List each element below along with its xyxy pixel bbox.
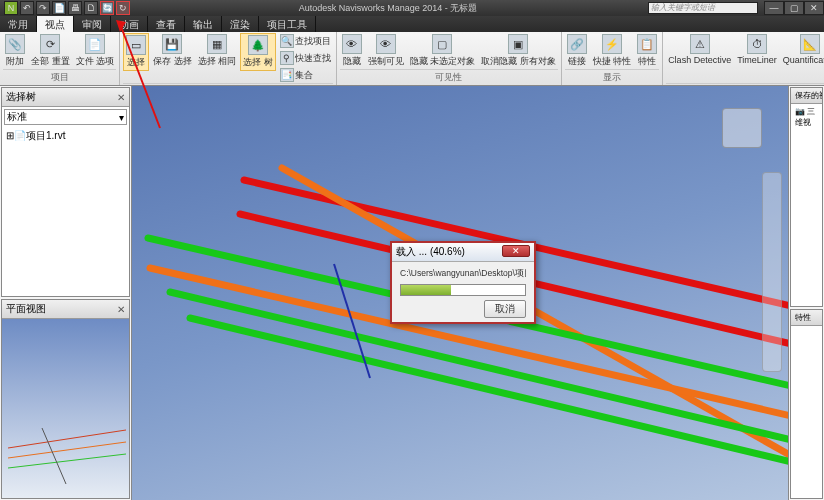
quick-access-toolbar: N ↶ ↷ 📄 🖶 🗋 🔄 ↻ <box>0 1 134 15</box>
view-cube[interactable] <box>722 108 762 148</box>
plan-view-canvas[interactable] <box>2 319 129 498</box>
svg-line-3 <box>42 428 66 484</box>
find-items-button[interactable]: 🔍查找项目 <box>278 33 333 49</box>
ribbon-tabs: 常用 视点 审阅 动画 查看 输出 渲染 项目工具 <box>0 16 824 32</box>
tab-home[interactable]: 常用 <box>0 16 37 32</box>
select-same-button[interactable]: ▦选择 相同 <box>196 33 239 69</box>
reset-all-button[interactable]: ⟳全部 重置 <box>29 33 72 69</box>
selection-tree[interactable]: ⊞📄项目1.rvt <box>2 127 129 296</box>
select-side-stack: 🔍查找项目 ⚲快速查找 📑集合 <box>278 33 333 83</box>
group-label-project: 项目 <box>3 69 116 85</box>
qat-redo[interactable]: ↷ <box>36 1 50 15</box>
sets-icon: 📑 <box>280 68 294 82</box>
select-icon: ▭ <box>126 35 146 55</box>
svg-line-0 <box>8 430 126 448</box>
dialog-titlebar[interactable]: 载入 ... (40.6%) ✕ <box>392 243 534 262</box>
tab-output[interactable]: 输出 <box>185 16 222 32</box>
window-title: Autodesk Navisworks Manage 2014 - 无标题 <box>134 2 642 15</box>
tab-viewpoint[interactable]: 视点 <box>37 16 74 32</box>
qat-new[interactable]: 🗋 <box>84 1 98 15</box>
quickprops-icon: ⚡ <box>602 34 622 54</box>
tab-review[interactable]: 审阅 <box>74 16 111 32</box>
close-button[interactable]: ✕ <box>804 1 824 15</box>
help-search-input[interactable]: 输入关键字或短语 <box>648 2 758 14</box>
file-options-button[interactable]: 📄文件 选项 <box>74 33 117 69</box>
hide-unselected-button[interactable]: ▢隐藏 未选定对象 <box>408 33 478 69</box>
clash-detective-button[interactable]: ⚠Clash Detective <box>666 33 733 66</box>
qat-undo[interactable]: ↶ <box>20 1 34 15</box>
minimize-button[interactable]: — <box>764 1 784 15</box>
progress-bar <box>400 284 526 296</box>
attach-icon: 📎 <box>5 34 25 54</box>
links-icon: 🔗 <box>567 34 587 54</box>
qat-print[interactable]: 🖶 <box>68 1 82 15</box>
qat-open[interactable]: 📄 <box>52 1 66 15</box>
attach-button[interactable]: 📎附加 <box>3 33 27 69</box>
group-label-visibility: 可见性 <box>340 69 558 85</box>
select-same-icon: ▦ <box>207 34 227 54</box>
ribbon-group-visibility: 👁隐藏 👁强制可见 ▢隐藏 未选定对象 ▣取消隐藏 所有对象 可见性 <box>337 32 562 85</box>
qat-reload[interactable]: ↻ <box>116 1 130 15</box>
left-dock: 选择树✕ 标准▾ ⊞📄项目1.rvt 平面视图✕ <box>0 86 132 500</box>
ribbon-group-tools: ⚠Clash Detective ⏱TimeLiner 📐Quantificat… <box>663 32 824 85</box>
tab-animation[interactable]: 动画 <box>111 16 148 32</box>
selection-tree-button[interactable]: 🌲选择 树 <box>240 33 276 71</box>
tab-view[interactable]: 查看 <box>148 16 185 32</box>
quick-props-button[interactable]: ⚡快捷 特性 <box>591 33 634 69</box>
qat-refresh[interactable]: 🔄 <box>100 1 114 15</box>
app-menu-button[interactable]: N <box>4 1 18 15</box>
tree-icon: 🌲 <box>248 35 268 55</box>
require-icon: 👁 <box>376 34 396 54</box>
unhide-all-button[interactable]: ▣取消隐藏 所有对象 <box>479 33 558 69</box>
loading-dialog: 载入 ... (40.6%) ✕ C:\Users\wangyunan\Desk… <box>390 241 536 324</box>
plan-view-panel: 平面视图✕ <box>1 299 130 499</box>
unhide-icon: ▣ <box>508 34 528 54</box>
props-icon: 📋 <box>637 34 657 54</box>
timeliner-icon: ⏱ <box>747 34 767 54</box>
dialog-title-text: 载入 ... (40.6%) <box>396 245 465 259</box>
file-options-icon: 📄 <box>85 34 105 54</box>
save-selection-icon: 💾 <box>162 34 182 54</box>
clash-icon: ⚠ <box>690 34 710 54</box>
chevron-down-icon: ▾ <box>119 112 124 123</box>
progress-fill <box>401 285 451 295</box>
navigation-bar[interactable] <box>762 172 782 372</box>
tree-item-root[interactable]: ⊞📄项目1.rvt <box>6 129 125 143</box>
maximize-button[interactable]: ▢ <box>784 1 804 15</box>
timeliner-button[interactable]: ⏱TimeLiner <box>735 33 779 66</box>
properties-panel: 特性 <box>790 309 823 499</box>
require-visible-button[interactable]: 👁强制可见 <box>366 33 406 69</box>
ribbon-group-select: ▭选择 💾保存 选择 ▦选择 相同 🌲选择 树 🔍查找项目 ⚲快速查找 📑集合 … <box>120 32 337 85</box>
properties-button[interactable]: 📋特性 <box>635 33 659 69</box>
close-icon[interactable]: ✕ <box>117 304 125 315</box>
hide-button[interactable]: 👁隐藏 <box>340 33 364 69</box>
dialog-file-path: C:\Users\wangyunan\Desktop\项目1.rvt <box>400 268 526 280</box>
quantification-button[interactable]: 📐Quantification <box>781 33 824 66</box>
select-button[interactable]: ▭选择 <box>123 33 149 71</box>
tree-mode-combo[interactable]: 标准▾ <box>4 109 127 125</box>
viewpoint-item[interactable]: 📷 三维视 <box>795 106 818 128</box>
save-selection-button[interactable]: 💾保存 选择 <box>151 33 194 69</box>
find-icon: 🔍 <box>280 34 294 48</box>
hide-icon: 👁 <box>342 34 362 54</box>
properties-header[interactable]: 特性 <box>791 310 822 326</box>
ribbon-group-display: 🔗链接 ⚡快捷 特性 📋特性 显示 <box>562 32 664 85</box>
plan-view-header[interactable]: 平面视图✕ <box>2 300 129 319</box>
hide-unsel-icon: ▢ <box>432 34 452 54</box>
saved-viewpoints-list[interactable]: 📷 三维视 <box>791 104 822 306</box>
quick-find-button[interactable]: ⚲快速查找 <box>278 50 333 66</box>
window-controls: — ▢ ✕ <box>764 1 824 15</box>
saved-viewpoints-panel: 保存的视点 📷 三维视 <box>790 87 823 307</box>
tab-render[interactable]: 渲染 <box>222 16 259 32</box>
close-icon[interactable]: ✕ <box>117 92 125 103</box>
tab-item-tools[interactable]: 项目工具 <box>259 16 316 32</box>
links-button[interactable]: 🔗链接 <box>565 33 589 69</box>
dialog-close-button[interactable]: ✕ <box>502 245 530 257</box>
cancel-button[interactable]: 取消 <box>484 300 526 318</box>
title-bar: N ↶ ↷ 📄 🖶 🗋 🔄 ↻ Autodesk Navisworks Mana… <box>0 0 824 16</box>
selection-tree-header[interactable]: 选择树✕ <box>2 88 129 107</box>
quant-icon: 📐 <box>800 34 820 54</box>
selection-tree-panel: 选择树✕ 标准▾ ⊞📄项目1.rvt <box>1 87 130 297</box>
saved-viewpoints-header[interactable]: 保存的视点 <box>791 88 822 104</box>
sets-button[interactable]: 📑集合 <box>278 67 333 83</box>
